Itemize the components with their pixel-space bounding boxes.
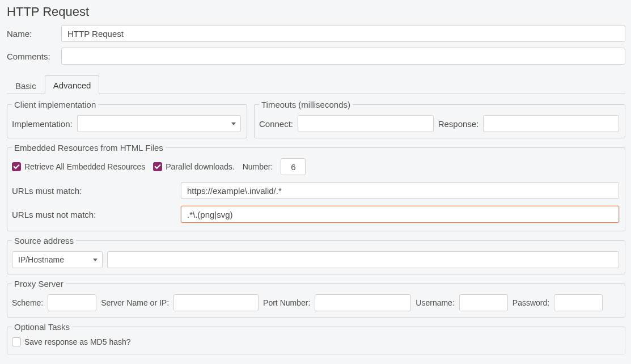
timeouts-legend: Timeouts (milliseconds) <box>259 100 353 109</box>
urls-nomatch-input[interactable] <box>181 206 619 223</box>
fieldset-timeouts: Timeouts (milliseconds) Connect: Respons… <box>254 100 625 138</box>
proxy-user-label: Username: <box>416 298 454 307</box>
checkbox-checked-icon <box>12 162 21 171</box>
md5-checkbox[interactable]: Save response as MD5 hash? <box>12 337 131 346</box>
embedded-legend: Embedded Resources from HTML Files <box>12 143 166 153</box>
source-type-value: IP/Hostname <box>18 255 64 264</box>
parallel-downloads-checkbox[interactable]: Parallel downloads. <box>153 162 234 171</box>
tab-basic[interactable]: Basic <box>7 76 45 94</box>
number-label: Number: <box>243 162 273 171</box>
connect-input[interactable] <box>298 115 434 132</box>
fieldset-embedded-resources: Embedded Resources from HTML Files Retri… <box>7 143 625 231</box>
fieldset-client-implementation: Client implementation Implementation: <box>7 100 247 138</box>
tab-advanced[interactable]: Advanced <box>45 75 100 94</box>
retrieve-all-label: Retrieve All Embedded Resources <box>24 162 145 171</box>
checkbox-unchecked-icon <box>12 337 21 346</box>
urls-nomatch-label: URLs must not match: <box>12 210 176 219</box>
source-type-select[interactable]: IP/Hostname <box>12 251 103 268</box>
client-legend: Client implementation <box>12 100 98 109</box>
comments-label: Comments: <box>7 52 57 61</box>
source-address-input[interactable] <box>107 251 619 268</box>
checkbox-checked-icon <box>153 162 162 171</box>
name-input[interactable] <box>61 25 625 42</box>
response-input[interactable] <box>483 115 619 132</box>
proxy-user-input[interactable] <box>459 294 508 311</box>
urls-match-label: URLs must match: <box>12 186 176 196</box>
md5-label: Save response as MD5 hash? <box>24 337 131 346</box>
proxy-server-label: Server Name or IP: <box>101 298 169 307</box>
fieldset-source-address: Source address IP/Hostname <box>7 236 625 274</box>
tab-bar: Basic Advanced <box>7 75 625 94</box>
implementation-label: Implementation: <box>12 119 73 129</box>
comments-input[interactable] <box>61 48 625 65</box>
proxy-legend: Proxy Server <box>12 279 66 289</box>
retrieve-all-checkbox[interactable]: Retrieve All Embedded Resources <box>12 162 145 171</box>
response-label: Response: <box>438 119 479 129</box>
proxy-scheme-label: Scheme: <box>12 298 43 307</box>
connect-label: Connect: <box>259 119 293 129</box>
parallel-downloads-label: Parallel downloads. <box>166 162 234 171</box>
proxy-server-input[interactable] <box>173 294 259 311</box>
fieldset-proxy-server: Proxy Server Scheme: Server Name or IP: … <box>7 279 625 318</box>
fieldset-optional-tasks: Optional Tasks Save response as MD5 hash… <box>7 322 625 354</box>
parallel-number-input[interactable] <box>281 158 306 175</box>
name-label: Name: <box>7 29 57 39</box>
proxy-pass-input[interactable] <box>554 294 603 311</box>
chevron-down-icon <box>231 122 236 125</box>
source-legend: Source address <box>12 236 76 246</box>
urls-match-input[interactable] <box>181 182 619 199</box>
optional-legend: Optional Tasks <box>12 322 72 332</box>
proxy-scheme-input[interactable] <box>48 294 96 311</box>
proxy-pass-label: Password: <box>513 298 549 307</box>
page-title: HTTP Request <box>7 5 625 19</box>
proxy-port-input[interactable] <box>315 294 411 311</box>
proxy-port-label: Port Number: <box>263 298 310 307</box>
implementation-select[interactable] <box>77 115 241 132</box>
chevron-down-icon <box>93 259 98 261</box>
